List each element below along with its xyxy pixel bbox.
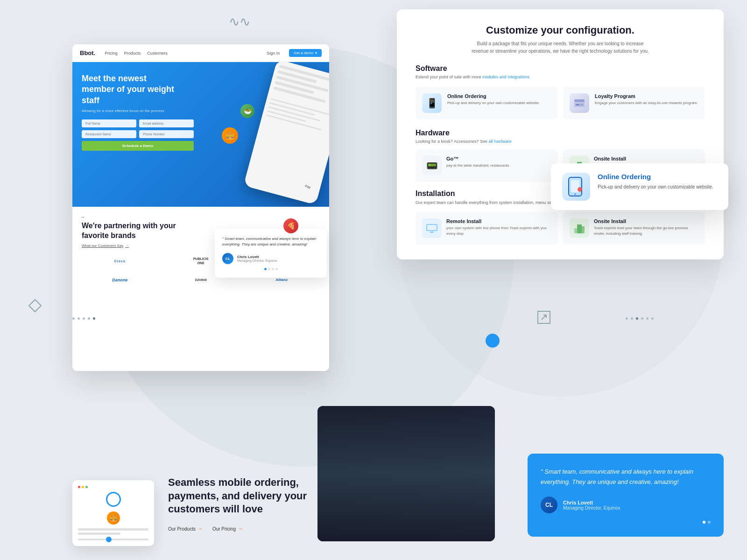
dots-row-left	[72, 317, 95, 320]
loyalty-icon	[570, 93, 589, 113]
feature-loyalty-program: Loyalty Program Engage your customers wi…	[563, 87, 705, 119]
window-dots	[78, 486, 148, 488]
mobile-line-2	[78, 532, 120, 535]
dots-row-right-4[interactable]	[641, 317, 643, 320]
blue-testimonial-title: Managing Director, Equinox	[563, 505, 620, 511]
arrow-box-decoration	[537, 310, 551, 324]
dots-row-left-4[interactable]	[88, 317, 90, 320]
hero-phone-input[interactable]	[139, 130, 194, 138]
install-onsite: Onsite Install Toast experts lead your t…	[563, 212, 705, 245]
mobile-slider-thumb[interactable]	[106, 537, 112, 542]
ordering-feature-desc: Pick-up and delivery on your own customi…	[447, 100, 540, 106]
dots-row-right-2[interactable]	[631, 317, 633, 320]
install-onsite-icon	[570, 218, 589, 238]
hero-fullname-input[interactable]	[82, 119, 136, 127]
bottom-links: Our Products → Our Pricing →	[168, 525, 336, 532]
dots-row-right-6[interactable]	[651, 317, 654, 320]
dots-row-left-1[interactable]	[72, 317, 75, 320]
brand-cisco: Cisco	[82, 254, 158, 268]
ordering-feature-name: Online Ordering	[447, 93, 540, 99]
svg-point-22	[574, 193, 576, 195]
blue-dot-1[interactable]	[703, 521, 705, 524]
dots-row-right-5[interactable]	[646, 317, 648, 320]
hero-restaurant-input[interactable]	[82, 130, 136, 138]
hardware-section-title: Hardware	[416, 129, 705, 137]
go-feature-desc: pay at the table handheld, restaurants.	[446, 163, 510, 168]
blue-testimonial-card: Smart team, communicative and always her…	[528, 454, 724, 537]
install-onsite-name: Onsite Install	[594, 218, 698, 224]
svg-rect-14	[427, 225, 437, 230]
dots-row-right-1[interactable]	[626, 317, 628, 320]
ordering-icon: 📱	[422, 93, 442, 113]
mobile-slider-container	[78, 539, 148, 540]
testimonial-dot-4[interactable]	[275, 268, 278, 270]
feature-online-ordering: 📱 Online Ordering Pick-up and delivery o…	[416, 87, 557, 119]
nav-products[interactable]: Products	[124, 51, 141, 56]
testimonial-dot-2[interactable]	[268, 268, 270, 270]
svg-rect-8	[576, 104, 579, 105]
mobile-slider[interactable]	[78, 539, 148, 540]
blue-dot-2[interactable]	[708, 521, 711, 524]
apple-pay-badge: Pay	[305, 184, 311, 189]
site-logo: Bbot.	[80, 49, 95, 56]
dots-row-right-3[interactable]	[636, 317, 638, 320]
testimonial-title: Managing Director, Equinox	[237, 259, 277, 262]
blue-testimonial-dots	[541, 521, 711, 524]
window-dot-red	[78, 486, 80, 488]
nav-demo-button[interactable]: Get a demo ▾	[289, 49, 322, 57]
mobile-app-card: 🍔	[72, 480, 154, 546]
main-site-card: Bbot. Pricing Products Customers Sign In…	[72, 44, 329, 371]
svg-rect-15	[430, 231, 434, 233]
dots-row-right	[626, 317, 654, 320]
dots-row-left-2[interactable]	[78, 317, 80, 320]
software-feature-grid: 📱 Online Ordering Pick-up and delivery o…	[416, 87, 705, 119]
testimonial-dot-1[interactable]	[264, 268, 267, 270]
food-image-2: 🥗	[240, 104, 254, 118]
spotlight-icon	[562, 173, 590, 201]
window-dot-green	[85, 486, 88, 488]
window-dot-yellow	[82, 486, 84, 488]
food-image-3: 🍕	[283, 218, 298, 233]
bottom-link-products[interactable]: Our Products →	[168, 525, 203, 532]
testimonial-quote: Smart team, communicative and always her…	[222, 236, 319, 247]
spotlight-card: Online Ordering Pick-up and delivery on …	[551, 163, 728, 210]
svg-point-23	[578, 187, 582, 192]
svg-rect-18	[577, 224, 582, 233]
blue-testimonial-avatar: CL	[541, 497, 557, 513]
hero-headline: Meet the newest member of your weight st…	[82, 73, 175, 106]
hero-schedule-button[interactable]: Schedule a Demo	[82, 141, 194, 151]
mobile-line-1	[78, 528, 148, 531]
loyalty-feature-desc: Engage your customers with an easy-to-us…	[595, 100, 698, 106]
nav-customers[interactable]: Customers	[147, 51, 168, 56]
go-icon: 📟	[422, 156, 442, 175]
dots-row-left-3[interactable]	[83, 317, 85, 320]
hero-subtext: Allowing for a more effective focus on t…	[82, 109, 166, 113]
hero-email-input[interactable]	[139, 119, 194, 127]
testimonial-person: CL Chris Lovett Managing Director, Equin…	[222, 253, 319, 264]
hero-form: Schedule a Demo	[82, 119, 194, 151]
dots-row-left-5[interactable]	[93, 317, 95, 320]
bottom-center-section: Seamless mobile ordering, payments, and …	[168, 476, 336, 532]
partners-dash: –	[82, 214, 320, 219]
mobile-progress-circle	[106, 492, 121, 507]
spotlight-title: Online Ordering	[598, 173, 713, 181]
nav-pricing[interactable]: Pricing	[105, 51, 118, 56]
nav-sign-in[interactable]: Sign In	[267, 51, 280, 56]
site-hero: Meet the newest member of your weight st…	[72, 62, 329, 207]
diamond-decoration	[28, 299, 42, 313]
bottom-link-pricing[interactable]: Our Pricing →	[212, 525, 243, 532]
photo-background	[317, 406, 495, 541]
hardware-go: 📟 Go™ pay at the table handheld, restaur…	[416, 149, 557, 182]
nav-links: Pricing Products Customers	[105, 51, 257, 56]
software-subtitle-link[interactable]: modules and integrations.	[482, 75, 530, 79]
go-feature-name: Go™	[446, 156, 510, 161]
bottom-title: Seamless mobile ordering, payments, and …	[168, 476, 336, 516]
blue-dot-accent	[486, 334, 500, 348]
squiggle-decoration: ∿∿	[229, 14, 250, 29]
svg-rect-9	[580, 104, 583, 105]
testimonial-dot-3[interactable]	[272, 268, 274, 270]
testimonial-overlay-card: Smart team, communicative and always her…	[215, 229, 327, 278]
hardware-subtitle-link[interactable]: all hardware	[489, 139, 512, 144]
software-section: Software Extend your point of sale with …	[416, 64, 705, 119]
install-grid: Remote Install your own system with live…	[416, 212, 705, 245]
